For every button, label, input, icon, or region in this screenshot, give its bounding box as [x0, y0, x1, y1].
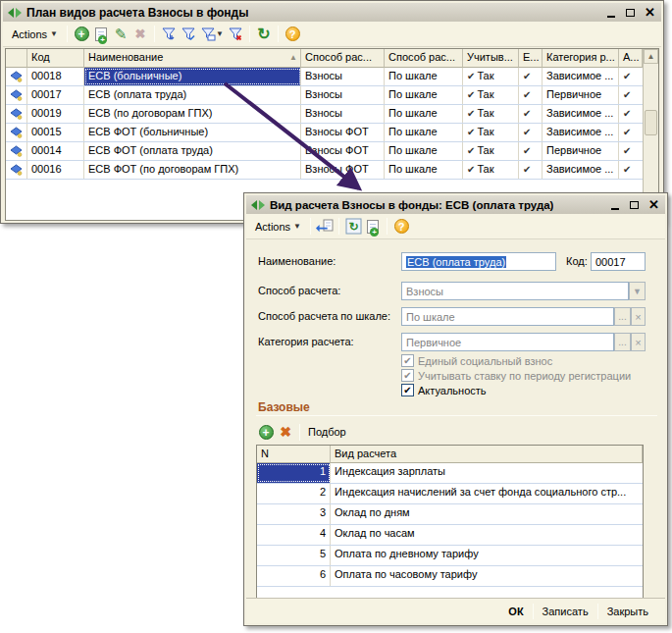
help-button[interactable]: ?	[391, 217, 411, 237]
cell-method[interactable]: Взносы ФОТ	[301, 124, 385, 141]
cell-e[interactable]: ✔	[519, 105, 543, 123]
cell-kind[interactable]: Индексация начислений за счет фонда соци…	[331, 484, 643, 503]
header-code[interactable]: Код	[27, 49, 84, 68]
save-button[interactable]: Записать	[534, 603, 597, 620]
clear-filter-button[interactable]	[226, 25, 245, 44]
cell-kind[interactable]: Оплата по часовому тарифу	[331, 566, 643, 586]
table-row[interactable]: 00018 ЕСВ (больничные) Взносы По шкале ✔…	[6, 68, 658, 86]
cell-method[interactable]: Взносы	[301, 68, 385, 85]
cell-consider[interactable]: ✔Так	[463, 124, 519, 141]
cell-n[interactable]: 5	[257, 546, 331, 565]
cell-a[interactable]: ✔	[619, 124, 643, 141]
cell-scale[interactable]: По шкале	[385, 86, 463, 104]
cell-name[interactable]: ЕСВ ФОТ (больничные)	[84, 124, 301, 141]
delete-button-disabled[interactable]: ✖	[130, 25, 150, 44]
cell-code[interactable]: 00016	[27, 161, 84, 179]
table-row[interactable]: 1 Индексация зарплаты	[257, 463, 643, 484]
refresh-button[interactable]: ↻	[254, 25, 274, 44]
cell-name-selected[interactable]: ЕСВ (больничные)	[84, 68, 301, 85]
minimize-icon[interactable]	[608, 199, 621, 211]
category-ref-field[interactable]: Первичное	[401, 333, 614, 351]
cell-n[interactable]: 3	[257, 504, 331, 524]
cell-name[interactable]: ЕСВ (по договорам ГПХ)	[84, 105, 301, 123]
cell-kind[interactable]: Индексация зарплаты	[331, 463, 643, 483]
code-input[interactable]: 00017	[591, 252, 646, 271]
write-button[interactable]	[315, 217, 335, 237]
maximize-icon[interactable]	[624, 7, 637, 19]
close-icon[interactable]: ✕	[647, 199, 660, 211]
window2-titlebar[interactable]: Вид расчета Взносы в фонды: ЕСВ (оплата …	[246, 195, 665, 214]
cell-consider[interactable]: ✔Так	[463, 86, 519, 104]
checkbox-consider-rate[interactable]: ✔ Учитывать ставку по периоду регистраци…	[401, 369, 631, 382]
table-row[interactable]: 6 Оплата по часовому тарифу	[257, 566, 643, 587]
edit-button[interactable]: ✎	[111, 25, 130, 44]
header-n[interactable]: N	[257, 446, 331, 463]
cell-code[interactable]: 00018	[27, 68, 84, 85]
header-consider[interactable]: Учитыв...	[463, 49, 519, 68]
close-button[interactable]: Закрыть	[598, 603, 657, 620]
cell-e[interactable]: ✔	[519, 68, 543, 85]
ok-button[interactable]: ОК	[499, 603, 532, 620]
table-row[interactable]: 4 Оклад по часам	[257, 525, 643, 546]
cell-n[interactable]: 4	[257, 525, 331, 545]
scroll-up-icon[interactable]: ▲	[644, 49, 658, 64]
cell-category[interactable]: Зависимое ...	[543, 161, 619, 179]
add-button[interactable]: +	[72, 25, 91, 44]
cell-n[interactable]: 6	[257, 566, 331, 586]
cell-scale[interactable]: По шкале	[385, 105, 463, 123]
table-row[interactable]: 00015 ЕСВ ФОТ (больничные) Взносы ФОТ По…	[6, 124, 658, 142]
checkbox-actual[interactable]: ✔ Актуальность	[401, 384, 487, 396]
table-row[interactable]: 3 Оклад по дням	[257, 504, 643, 525]
cell-name[interactable]: ЕСВ ФОТ (оплата труда)	[84, 142, 301, 160]
method-combo[interactable]: Взносы	[401, 282, 629, 300]
table-row[interactable]: 00017 ЕСВ (оплата труда) Взносы По шкале…	[6, 86, 658, 105]
cell-name[interactable]: ЕСВ (оплата труда)	[84, 86, 301, 104]
cell-kind[interactable]: Оклад по часам	[331, 525, 643, 545]
cell-category[interactable]: Первичное	[543, 142, 619, 160]
name-input[interactable]: ЕСВ (оплата труда)	[401, 252, 556, 271]
minimize-icon[interactable]	[604, 7, 617, 19]
pick-button[interactable]: Подбор	[304, 424, 350, 440]
cell-code[interactable]: 00017	[27, 86, 84, 104]
checkbox-single-social[interactable]: ✔ Единый социальный взнос	[401, 354, 552, 367]
header-scale[interactable]: Способ рас...	[385, 49, 463, 68]
copy-button[interactable]: +	[363, 217, 383, 237]
scale-pick-button[interactable]: ...	[614, 307, 631, 326]
header-name[interactable]: Наименование▲	[84, 49, 301, 68]
header-icon-col[interactable]	[6, 49, 27, 68]
method-dropdown-button[interactable]: ▼	[629, 282, 646, 300]
cell-a[interactable]: ✔	[619, 86, 643, 104]
header-method[interactable]: Способ рас...	[301, 49, 385, 68]
cell-a[interactable]: ✔	[619, 105, 643, 123]
table-row[interactable]: 00019 ЕСВ (по договорам ГПХ) Взносы По ш…	[6, 105, 658, 124]
cell-e[interactable]: ✔	[519, 124, 543, 141]
cell-method[interactable]: Взносы	[301, 105, 385, 123]
help-button[interactable]: ?	[283, 25, 302, 44]
cell-consider[interactable]: ✔Так	[463, 142, 519, 160]
cell-category[interactable]: Первичное	[543, 86, 619, 104]
window1-titlebar[interactable]: План видов расчета Взносы в фонды ✕	[3, 3, 661, 22]
table-row[interactable]: 2 Индексация начислений за счет фонда со…	[257, 484, 643, 504]
cell-consider[interactable]: ✔Так	[463, 105, 519, 123]
cell-name[interactable]: ЕСВ ФОТ (по договорам ГПХ)	[84, 161, 301, 179]
cell-method[interactable]: Взносы ФОТ	[301, 161, 385, 179]
table-row[interactable]: 00014 ЕСВ ФОТ (оплата труда) Взносы ФОТ …	[6, 142, 658, 161]
cell-code[interactable]: 00015	[27, 124, 84, 141]
cell-code[interactable]: 00014	[27, 142, 84, 160]
cell-n[interactable]: 2	[257, 484, 331, 503]
header-category[interactable]: Категория р...	[543, 49, 619, 68]
cell-a[interactable]: ✔	[619, 142, 643, 160]
cell-method[interactable]: Взносы ФОТ	[301, 142, 385, 160]
filter-history-button[interactable]: ▼	[198, 25, 226, 44]
cell-n-selected[interactable]: 1	[257, 463, 331, 483]
cell-category[interactable]: Зависимое ...	[543, 68, 619, 85]
cell-a[interactable]: ✔	[619, 161, 643, 179]
actions-menu-button[interactable]: Actions ▼	[250, 219, 306, 235]
cell-scale[interactable]: По шкале	[385, 124, 463, 141]
base-delete-button[interactable]: ✖	[276, 422, 295, 442]
cell-e[interactable]: ✔	[519, 161, 543, 179]
cell-consider[interactable]: ✔Так	[463, 161, 519, 179]
header-kind[interactable]: Вид расчета	[331, 446, 643, 463]
cell-code[interactable]: 00019	[27, 105, 84, 123]
table-row[interactable]: 5 Оплата по дневному тарифу	[257, 546, 643, 566]
